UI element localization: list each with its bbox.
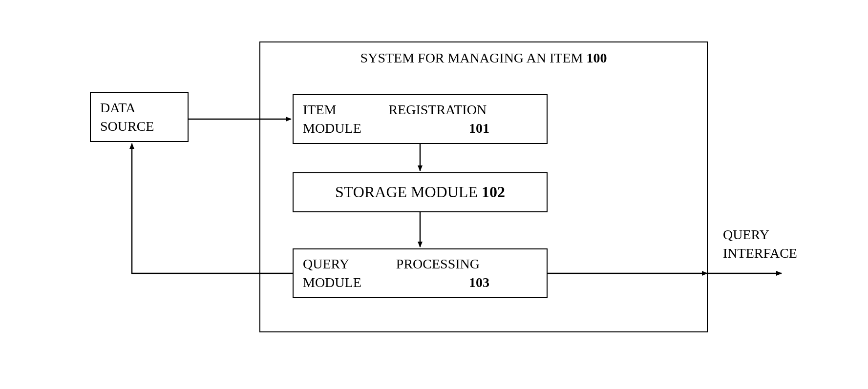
- query-interface-l1: QUERY: [723, 227, 769, 242]
- query-proc-l1b: PROCESSING: [396, 256, 480, 271]
- system-title: SYSTEM FOR MANAGING AN ITEM 100: [360, 50, 607, 65]
- item-reg-l1b: REGISTRATION: [388, 102, 487, 117]
- svg-text:QUERY
    PROCESSING: QUERY PROCESSING: [303, 256, 480, 271]
- data-source-label-2: SOURCE: [100, 119, 154, 134]
- storage-module-label: STORAGE MODULE 102: [335, 183, 505, 201]
- item-reg-l2a: MODULE: [303, 121, 361, 136]
- query-proc-l1a: QUERY: [303, 256, 349, 271]
- query-proc-l2a: MODULE: [303, 275, 361, 290]
- item-reg-l1a: ITEM: [303, 102, 337, 117]
- data-source-label-1: DATA: [100, 100, 136, 115]
- svg-text:MODULE
    103: MODULE 103: [303, 275, 489, 290]
- query-proc-num: 103: [469, 275, 489, 290]
- svg-text:MODULE
    101: MODULE 101: [303, 121, 489, 136]
- arrow-query-to-data: [132, 143, 293, 273]
- item-reg-num: 101: [469, 121, 489, 136]
- svg-text:ITEM
    REGISTRATION: ITEM REGISTRATION: [303, 102, 487, 117]
- system-diagram: SYSTEM FOR MANAGING AN ITEM 100 DATA SOU…: [0, 0, 868, 389]
- query-interface-l2: INTERFACE: [723, 246, 797, 261]
